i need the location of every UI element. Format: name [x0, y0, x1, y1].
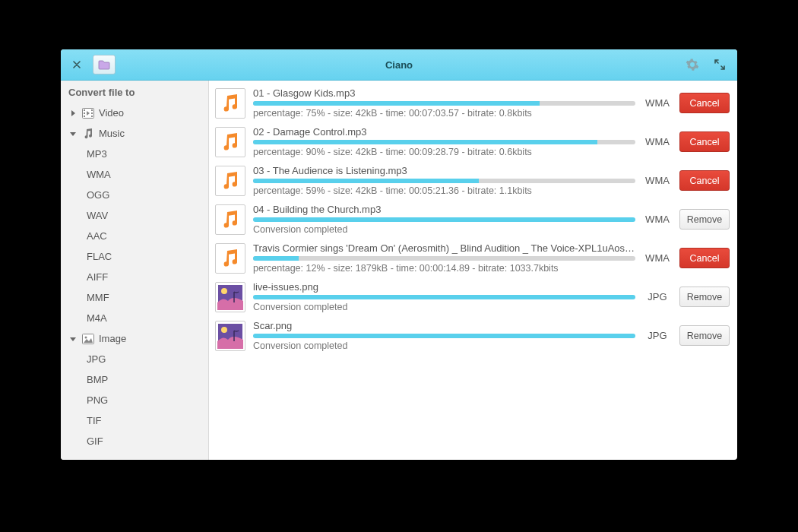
progress-fill — [253, 101, 540, 106]
image-icon — [82, 333, 94, 345]
svg-rect-4 — [91, 109, 93, 111]
sidebar-group-label: Image — [99, 333, 126, 344]
row-main: 04 - Building the Church.mp3Conversion c… — [253, 204, 635, 235]
status-label: percentage: 75% - size: 42kB - time: 00:… — [253, 108, 635, 119]
sidebar-item-label: BMP — [87, 374, 108, 385]
progress-bar — [253, 101, 635, 106]
sidebar-item-label: AIFF — [87, 271, 108, 283]
sidebar-item-ogg[interactable]: OGG — [65, 185, 208, 205]
sidebar-item-jpg[interactable]: JPG — [65, 349, 208, 369]
svg-point-12 — [221, 327, 227, 333]
progress-bar — [253, 256, 635, 261]
sidebar-item-png[interactable]: PNG — [65, 390, 208, 410]
music-note-icon — [215, 88, 245, 119]
filename-label: 02 - Damage Control.mp3 — [253, 126, 635, 138]
remove-button[interactable]: Remove — [679, 287, 730, 307]
progress-bar — [253, 179, 635, 183]
sidebar-item-wav[interactable]: WAV — [65, 205, 208, 226]
cancel-button[interactable]: Cancel — [679, 131, 730, 152]
close-button[interactable] — [68, 56, 85, 73]
list-item: Travis Cormier sings 'Dream On' (Aerosmi… — [215, 239, 730, 277]
titlebar: Ciano — [61, 49, 737, 81]
chevron-down-icon[interactable] — [68, 129, 78, 138]
status-label: Conversion completed — [253, 302, 635, 312]
sidebar-item-flac[interactable]: FLAC — [65, 246, 208, 267]
target-format-label: WMA — [643, 97, 672, 109]
row-main: 02 - Damage Control.mp3percentage: 90% -… — [253, 126, 635, 157]
progress-fill — [253, 140, 597, 144]
chevron-right-icon[interactable] — [68, 109, 78, 118]
window-body: Convert file to VideoMusicMP3WMAOGGWAVAA… — [61, 81, 737, 460]
open-folder-button[interactable] — [93, 55, 116, 74]
status-label: Conversion completed — [253, 340, 635, 351]
sidebar-item-label: MP3 — [87, 148, 107, 160]
app-title: Ciano — [61, 59, 737, 71]
status-label: Conversion completed — [253, 224, 635, 235]
cancel-button[interactable]: Cancel — [679, 248, 730, 268]
sidebar-group-music[interactable]: Music — [65, 123, 208, 144]
sidebar-item-mp3[interactable]: MP3 — [65, 144, 208, 164]
svg-point-10 — [221, 288, 227, 294]
settings-button[interactable] — [684, 56, 701, 73]
sidebar-item-bmp[interactable]: BMP — [65, 369, 208, 390]
folder-icon — [98, 59, 110, 70]
target-format-label: WMA — [643, 136, 672, 147]
sidebar-item-label: TIF — [87, 415, 102, 426]
sidebar-group-image[interactable]: Image — [65, 328, 208, 349]
row-main: 03 - The Audience is Listening.mp3percen… — [253, 165, 635, 196]
svg-point-8 — [85, 336, 87, 338]
image-thumb-icon — [215, 321, 245, 351]
row-main: live-issues.pngConversion completed — [253, 281, 635, 312]
expand-icon — [714, 59, 725, 70]
progress-fill — [253, 179, 479, 183]
svg-rect-2 — [84, 112, 85, 114]
progress-fill — [253, 217, 635, 222]
music-note-icon — [215, 243, 245, 274]
gear-icon — [686, 58, 699, 71]
filename-label: 03 - The Audience is Listening.mp3 — [253, 165, 635, 176]
sidebar-title: Convert file to — [65, 87, 208, 103]
progress-bar — [253, 217, 635, 222]
image-thumb-icon — [215, 282, 245, 312]
progress-bar — [253, 295, 635, 299]
filename-label: Travis Cormier sings 'Dream On' (Aerosmi… — [253, 242, 635, 254]
sidebar-item-aac[interactable]: AAC — [65, 226, 208, 246]
sidebar-item-tif[interactable]: TIF — [65, 410, 208, 431]
list-item: 04 - Building the Church.mp3Conversion c… — [215, 200, 730, 239]
svg-rect-6 — [91, 116, 93, 117]
sidebar-group-video[interactable]: Video — [65, 103, 208, 123]
filename-label: Scar.png — [253, 320, 635, 331]
sidebar-item-mmf[interactable]: MMF — [65, 287, 208, 308]
chevron-down-icon[interactable] — [68, 334, 78, 344]
remove-button[interactable]: Remove — [679, 209, 730, 230]
sidebar-group-label: Video — [99, 107, 124, 119]
sidebar-item-label: MMF — [87, 292, 109, 303]
sidebar-item-label: FLAC — [87, 251, 112, 262]
remove-button[interactable]: Remove — [679, 325, 730, 346]
progress-bar — [253, 140, 635, 144]
list-item: 01 - Glasgow Kids.mp3percentage: 75% - s… — [215, 84, 730, 122]
sidebar-item-label: JPG — [87, 353, 106, 365]
svg-rect-1 — [84, 109, 85, 111]
filename-label: 01 - Glasgow Kids.mp3 — [253, 87, 635, 99]
sidebar-item-label: GIF — [87, 435, 103, 447]
progress-fill — [253, 295, 635, 299]
row-main: Travis Cormier sings 'Dream On' (Aerosmi… — [253, 242, 635, 274]
music-note-icon — [215, 127, 245, 157]
svg-rect-3 — [84, 116, 85, 117]
cancel-button[interactable]: Cancel — [679, 170, 730, 191]
status-label: percentage: 59% - size: 42kB - time: 00:… — [253, 185, 635, 196]
sidebar-item-m4a[interactable]: M4A — [65, 308, 208, 328]
conversion-list: 01 - Glasgow Kids.mp3percentage: 75% - s… — [209, 81, 737, 460]
maximize-button[interactable] — [711, 56, 728, 73]
target-format-label: WMA — [643, 175, 672, 186]
cancel-button[interactable]: Cancel — [679, 93, 730, 113]
sidebar-item-aiff[interactable]: AIFF — [65, 267, 208, 287]
svg-rect-5 — [91, 112, 93, 114]
target-format-label: WMA — [643, 252, 672, 264]
sidebar-item-label: PNG — [87, 394, 108, 406]
video-icon — [82, 107, 94, 119]
sidebar-item-gif[interactable]: GIF — [65, 431, 208, 451]
filename-label: 04 - Building the Church.mp3 — [253, 204, 635, 215]
sidebar-item-wma[interactable]: WMA — [65, 164, 208, 185]
